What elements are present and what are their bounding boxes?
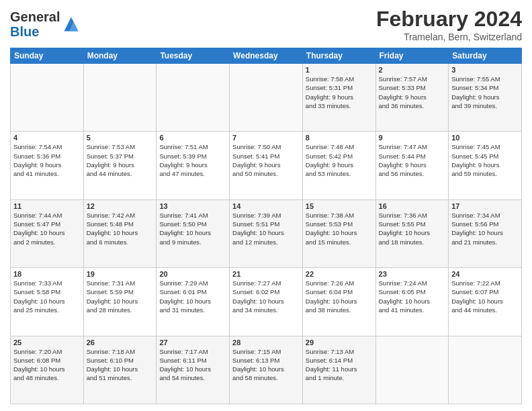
day-number: 7 [232, 134, 300, 142]
page: General Blue February 2024 Tramelan, Ber… [0, 0, 532, 411]
day-number: 10 [451, 134, 519, 142]
col-tuesday: Tuesday [157, 48, 230, 64]
calendar-cell: 6Sunrise: 7:51 AM Sunset: 5:39 PM Daylig… [157, 132, 230, 199]
day-info: Sunrise: 7:51 AM Sunset: 5:39 PM Dayligh… [159, 142, 226, 178]
day-info: Sunrise: 7:38 AM Sunset: 5:53 PM Dayligh… [306, 211, 373, 246]
day-number: 26 [87, 338, 154, 347]
day-info: Sunrise: 7:47 AM Sunset: 5:44 PM Dayligh… [379, 142, 446, 178]
day-info: Sunrise: 7:31 AM Sunset: 5:59 PM Dayligh… [87, 279, 154, 314]
calendar-cell: 12Sunrise: 7:42 AM Sunset: 5:48 PM Dayli… [83, 199, 157, 267]
day-number: 24 [451, 270, 519, 278]
calendar-cell: 22Sunrise: 7:26 AM Sunset: 6:04 PM Dayli… [302, 268, 375, 336]
day-number: 16 [379, 202, 446, 210]
day-number: 12 [87, 202, 154, 210]
day-number: 9 [379, 134, 446, 142]
logo: General Blue [10, 9, 81, 39]
calendar-cell: 26Sunrise: 7:18 AM Sunset: 6:10 PM Dayli… [83, 336, 157, 404]
location: Tramelan, Bern, Switzerland [376, 32, 522, 42]
calendar-cell [230, 64, 303, 132]
day-number: 3 [451, 66, 519, 74]
logo-icon [62, 15, 81, 34]
calendar-cell: 19Sunrise: 7:31 AM Sunset: 5:59 PM Dayli… [83, 268, 157, 336]
month-year: February 2024 [376, 7, 522, 32]
day-info: Sunrise: 7:17 AM Sunset: 6:11 PM Dayligh… [159, 347, 226, 383]
calendar-cell: 8Sunrise: 7:48 AM Sunset: 5:42 PM Daylig… [302, 132, 375, 199]
calendar-cell: 2Sunrise: 7:57 AM Sunset: 5:33 PM Daylig… [375, 64, 449, 132]
day-number: 23 [379, 270, 446, 278]
day-info: Sunrise: 7:36 AM Sunset: 5:55 PM Dayligh… [379, 211, 446, 246]
day-number: 18 [13, 270, 81, 278]
day-info: Sunrise: 7:27 AM Sunset: 6:02 PM Dayligh… [232, 279, 300, 314]
day-info: Sunrise: 7:45 AM Sunset: 5:45 PM Dayligh… [451, 142, 519, 178]
calendar-cell: 3Sunrise: 7:55 AM Sunset: 5:34 PM Daylig… [449, 64, 522, 132]
calendar-cell: 10Sunrise: 7:45 AM Sunset: 5:45 PM Dayli… [449, 132, 522, 199]
calendar-cell: 15Sunrise: 7:38 AM Sunset: 5:53 PM Dayli… [302, 199, 375, 267]
calendar-cell: 16Sunrise: 7:36 AM Sunset: 5:55 PM Dayli… [375, 199, 449, 267]
title-block: February 2024 Tramelan, Bern, Switzerlan… [376, 7, 522, 42]
day-info: Sunrise: 7:58 AM Sunset: 5:31 PM Dayligh… [306, 75, 373, 110]
calendar-cell: 20Sunrise: 7:29 AM Sunset: 6:01 PM Dayli… [157, 268, 230, 336]
col-thursday: Thursday [302, 48, 375, 64]
day-number: 15 [306, 202, 373, 210]
calendar-cell: 5Sunrise: 7:53 AM Sunset: 5:37 PM Daylig… [83, 132, 157, 199]
calendar-cell: 13Sunrise: 7:41 AM Sunset: 5:50 PM Dayli… [157, 199, 230, 267]
calendar-cell: 11Sunrise: 7:44 AM Sunset: 5:47 PM Dayli… [11, 199, 84, 267]
day-number: 6 [159, 134, 226, 142]
col-saturday: Saturday [449, 48, 522, 64]
calendar-cell: 18Sunrise: 7:33 AM Sunset: 5:58 PM Dayli… [11, 268, 84, 336]
calendar-cell: 28Sunrise: 7:15 AM Sunset: 6:13 PM Dayli… [230, 336, 303, 404]
day-info: Sunrise: 7:42 AM Sunset: 5:48 PM Dayligh… [87, 211, 154, 246]
col-monday: Monday [83, 48, 157, 64]
day-info: Sunrise: 7:24 AM Sunset: 6:05 PM Dayligh… [379, 279, 446, 314]
day-info: Sunrise: 7:55 AM Sunset: 5:34 PM Dayligh… [451, 75, 519, 110]
calendar-cell: 24Sunrise: 7:22 AM Sunset: 6:07 PM Dayli… [449, 268, 522, 336]
day-info: Sunrise: 7:34 AM Sunset: 5:56 PM Dayligh… [451, 211, 519, 246]
day-info: Sunrise: 7:53 AM Sunset: 5:37 PM Dayligh… [87, 142, 154, 178]
day-info: Sunrise: 7:48 AM Sunset: 5:42 PM Dayligh… [306, 142, 373, 178]
calendar-cell: 21Sunrise: 7:27 AM Sunset: 6:02 PM Dayli… [230, 268, 303, 336]
day-info: Sunrise: 7:20 AM Sunset: 6:08 PM Dayligh… [13, 347, 81, 383]
week-row-3: 11Sunrise: 7:44 AM Sunset: 5:47 PM Dayli… [11, 199, 522, 267]
day-number: 13 [159, 202, 226, 210]
calendar-cell: 25Sunrise: 7:20 AM Sunset: 6:08 PM Dayli… [11, 336, 84, 404]
day-info: Sunrise: 7:26 AM Sunset: 6:04 PM Dayligh… [306, 279, 373, 314]
day-number: 25 [13, 338, 81, 347]
week-row-5: 25Sunrise: 7:20 AM Sunset: 6:08 PM Dayli… [11, 336, 522, 404]
day-info: Sunrise: 7:39 AM Sunset: 5:51 PM Dayligh… [232, 211, 300, 246]
day-number: 1 [306, 66, 373, 74]
calendar-cell [375, 336, 449, 404]
day-number: 27 [159, 338, 226, 347]
day-number: 4 [13, 134, 81, 142]
calendar-cell: 1Sunrise: 7:58 AM Sunset: 5:31 PM Daylig… [302, 64, 375, 132]
day-info: Sunrise: 7:18 AM Sunset: 6:10 PM Dayligh… [87, 347, 154, 383]
week-row-1: 1Sunrise: 7:58 AM Sunset: 5:31 PM Daylig… [11, 64, 522, 132]
day-info: Sunrise: 7:44 AM Sunset: 5:47 PM Dayligh… [13, 211, 81, 246]
col-sunday: Sunday [11, 48, 84, 64]
calendar-cell [157, 64, 230, 132]
calendar-header-row: Sunday Monday Tuesday Wednesday Thursday… [11, 48, 522, 64]
day-number: 11 [13, 202, 81, 210]
day-info: Sunrise: 7:33 AM Sunset: 5:58 PM Dayligh… [13, 279, 81, 314]
day-info: Sunrise: 7:13 AM Sunset: 6:14 PM Dayligh… [306, 347, 373, 383]
day-number: 22 [306, 270, 373, 278]
day-number: 14 [232, 202, 300, 210]
day-info: Sunrise: 7:57 AM Sunset: 5:33 PM Dayligh… [379, 75, 446, 110]
day-info: Sunrise: 7:54 AM Sunset: 5:36 PM Dayligh… [13, 142, 81, 178]
week-row-4: 18Sunrise: 7:33 AM Sunset: 5:58 PM Dayli… [11, 268, 522, 336]
day-info: Sunrise: 7:41 AM Sunset: 5:50 PM Dayligh… [159, 211, 226, 246]
day-info: Sunrise: 7:29 AM Sunset: 6:01 PM Dayligh… [159, 279, 226, 314]
col-friday: Friday [375, 48, 449, 64]
calendar-cell: 23Sunrise: 7:24 AM Sunset: 6:05 PM Dayli… [375, 268, 449, 336]
day-number: 2 [379, 66, 446, 74]
week-row-2: 4Sunrise: 7:54 AM Sunset: 5:36 PM Daylig… [11, 132, 522, 199]
day-number: 17 [451, 202, 519, 210]
calendar-cell [449, 336, 522, 404]
day-info: Sunrise: 7:15 AM Sunset: 6:13 PM Dayligh… [232, 347, 300, 383]
day-number: 29 [306, 338, 373, 347]
day-number: 8 [306, 134, 373, 142]
logo-text: General Blue [10, 9, 60, 39]
day-number: 28 [232, 338, 300, 347]
day-info: Sunrise: 7:22 AM Sunset: 6:07 PM Dayligh… [451, 279, 519, 314]
day-number: 21 [232, 270, 300, 278]
calendar-cell: 17Sunrise: 7:34 AM Sunset: 5:56 PM Dayli… [449, 199, 522, 267]
